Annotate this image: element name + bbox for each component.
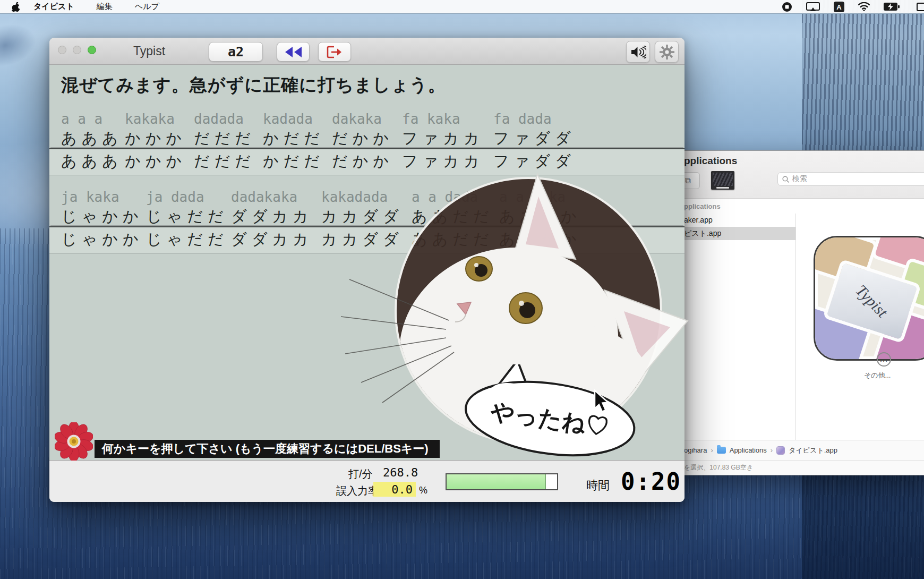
typed-text: じゃだだ xyxy=(146,227,231,253)
window-title: Typist xyxy=(133,44,165,58)
finder-search-field[interactable]: 検索 xyxy=(777,172,924,186)
wifi-icon[interactable] xyxy=(858,2,870,11)
chevron-right-icon: › xyxy=(771,446,773,454)
minimize-button[interactable] xyxy=(73,46,81,54)
menu-edit[interactable]: 編集 xyxy=(97,2,113,12)
error-rate-label: 誤入力率 xyxy=(336,484,379,498)
finder-preview-pane: Typist xyxy=(796,214,924,440)
lesson-heading: 混ぜてみます。急がずに正確に打ちましょう。 xyxy=(49,65,685,97)
speed-label: 打/分 xyxy=(348,467,373,481)
kana-target-text: かかか xyxy=(125,128,194,147)
typist-app-icon: Typist xyxy=(814,236,924,361)
screen-mirroring-icon[interactable] xyxy=(806,2,820,12)
romaji-text: kadada xyxy=(263,111,332,128)
sound-button[interactable] xyxy=(626,41,650,63)
search-icon xyxy=(782,176,789,183)
progress-bar-fill xyxy=(447,474,546,489)
kana-target-text: ファカカ xyxy=(402,128,493,147)
error-rate-unit: % xyxy=(419,485,427,496)
romaji-text: ja dada xyxy=(146,189,231,206)
kana-target-text: だだだ xyxy=(194,128,263,147)
finder-path-bar: ogihara › Applications › タイピスト.app xyxy=(666,440,924,460)
path-item-app[interactable]: タイピスト.app xyxy=(789,446,837,455)
screenshot-thumbnail-icon[interactable] xyxy=(711,171,734,190)
screen-recording-stop-icon[interactable] xyxy=(782,2,792,12)
input-source-icon[interactable]: A xyxy=(834,2,844,12)
svg-text:A: A xyxy=(836,3,842,11)
app-mini-icon xyxy=(776,446,785,455)
more-actions-button[interactable]: … xyxy=(877,352,891,367)
flower-icon xyxy=(55,422,93,461)
finder-toolbar: pplications ⧉ 検索 xyxy=(666,151,924,199)
romaji-text: dadakaka xyxy=(231,189,321,206)
typed-text: かかか xyxy=(125,149,194,175)
finder-status-bar: を選択、107.83 GB空き xyxy=(666,460,924,475)
error-rate-value: 0.0 xyxy=(373,482,416,497)
typist-keycap-label: Typist xyxy=(852,282,892,321)
typing-block-1: a a aあああ kakakaかかか dadadaだだだ kadadaかだだ d… xyxy=(49,111,685,175)
menu-bar-partial-icon xyxy=(917,3,924,11)
kana-target-text: ファダダ xyxy=(493,128,578,147)
romaji-text: fa dada xyxy=(493,111,578,128)
mouse-cursor xyxy=(594,389,610,413)
typed-text: ダダカカ xyxy=(231,227,321,253)
zoom-button[interactable] xyxy=(88,46,96,54)
speech-bubble: やったね♡ xyxy=(458,364,643,465)
settings-button[interactable] xyxy=(655,41,679,63)
kana-target-text: じゃだだ xyxy=(146,206,231,225)
rewind-icon xyxy=(284,46,302,58)
rewind-button[interactable] xyxy=(277,42,310,62)
progress-bar xyxy=(446,473,558,490)
folder-icon xyxy=(717,447,726,454)
menu-help[interactable]: ヘルプ xyxy=(135,2,159,12)
typed-text: だだだ xyxy=(194,149,263,175)
romaji-text: ja kaka xyxy=(61,189,146,206)
romaji-text: dakaka xyxy=(332,111,402,128)
typed-text: じゃかか xyxy=(61,227,146,253)
romaji-text: kakaka xyxy=(125,111,194,128)
kana-target-text: かだだ xyxy=(263,128,332,147)
close-button[interactable] xyxy=(58,46,66,54)
kana-target-text: じゃかか xyxy=(61,206,146,225)
speaker-icon xyxy=(630,45,646,59)
time-label: 時間 xyxy=(586,478,610,493)
apple-menu[interactable] xyxy=(12,2,20,12)
romaji-text: fa kaka xyxy=(402,111,493,128)
finder-status-text: を選択、107.83 GB空き xyxy=(684,463,753,472)
kana-target-text: あああ xyxy=(61,128,125,147)
romaji-text: dadada xyxy=(194,111,263,128)
typed-text: かだだ xyxy=(263,149,332,175)
path-item-applications[interactable]: Applications xyxy=(730,446,767,454)
typed-text: あああ xyxy=(61,149,125,175)
battery-charging-icon[interactable] xyxy=(884,3,900,11)
menu-bar: タイピスト 編集 ヘルプ A xyxy=(0,0,924,14)
gear-icon xyxy=(659,44,675,60)
menu-app-name[interactable]: タイピスト xyxy=(33,2,74,12)
chevron-right-icon: › xyxy=(711,446,713,454)
lesson-button[interactable]: a2 xyxy=(209,42,263,62)
search-placeholder: 検索 xyxy=(792,174,807,184)
romaji-text: a a a xyxy=(61,111,125,128)
more-actions-label: その他... xyxy=(864,371,891,380)
exit-icon xyxy=(327,46,343,58)
time-value: 0:20 xyxy=(621,468,681,495)
typist-status-bar: 打/分 268.8 誤入力率 0.0 % 時間 0:20 xyxy=(49,460,685,502)
exit-lesson-button[interactable] xyxy=(318,42,351,62)
apple-icon xyxy=(12,2,20,12)
speed-value: 268.8 xyxy=(383,466,418,479)
kana-target-text: だかか xyxy=(332,128,402,147)
kana-target-text: ダダカカ xyxy=(231,206,321,225)
finder-window: pplications ⧉ 検索 pplications aker.app ピス… xyxy=(665,150,924,475)
finder-window-title: pplications xyxy=(684,155,737,167)
typist-title-bar[interactable]: Typist a2 xyxy=(49,38,685,65)
